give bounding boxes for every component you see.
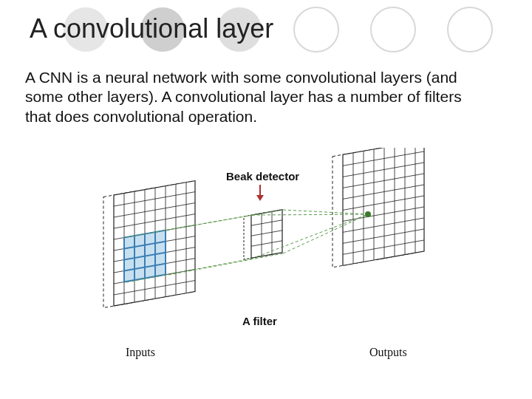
slide-description: A CNN is a neural network with some conv… — [25, 68, 488, 126]
svg-point-3 — [294, 7, 338, 52]
svg-rect-34 — [251, 210, 282, 258]
output-activation-dot — [365, 211, 371, 217]
svg-point-5 — [448, 7, 492, 52]
inputs-label: Inputs — [126, 346, 155, 359]
input-plane-front — [114, 181, 195, 306]
output-plane-front — [343, 148, 424, 265]
outputs-label: Outputs — [369, 346, 407, 359]
svg-rect-45 — [343, 148, 424, 265]
annotation-a-filter: A filter — [242, 315, 277, 327]
svg-marker-7 — [256, 195, 264, 201]
conv-diagram: Beak detector A filter — [89, 148, 443, 369]
slide-title: A convolutional layer — [30, 13, 273, 44]
filter-planes — [244, 210, 282, 259]
arrow-down-icon — [255, 185, 264, 200]
svg-point-4 — [371, 7, 415, 52]
annotation-beak-detector: Beak detector — [226, 170, 299, 183]
